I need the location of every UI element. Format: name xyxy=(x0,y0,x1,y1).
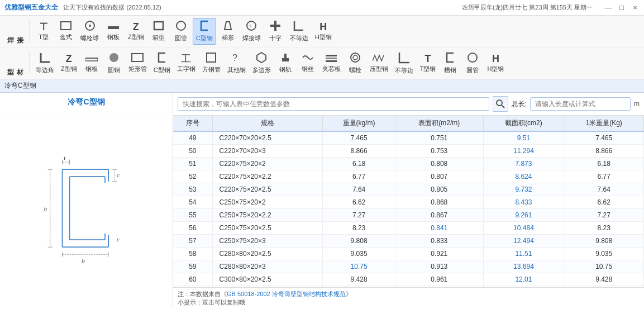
table-row[interactable]: 49 C220×70×20×2.5 7.465 0.751 9.51 7.465 xyxy=(173,131,644,145)
toolbar-unequal-angle[interactable]: 不等边 xyxy=(287,18,311,44)
footer-link[interactable]: GB 50018-2002 冷弯薄壁型钢结构技术规范 xyxy=(227,291,346,297)
close-button[interactable]: × xyxy=(631,3,640,12)
cell-weight1m: 9.035 xyxy=(564,248,644,260)
toolbar-weld-ball[interactable]: + 焊接球 xyxy=(240,18,264,44)
cell-spec: C280×80×20×3 xyxy=(212,260,323,273)
c-steel2-icon xyxy=(156,52,168,65)
plate2-icon xyxy=(85,54,98,64)
svg-text:t: t xyxy=(64,155,66,161)
cell-spec: C220×70×20×3 xyxy=(212,145,323,158)
toolbar-z-steel2[interactable]: Z Z型钢 xyxy=(58,52,80,75)
left-title: 冷弯C型钢 xyxy=(0,93,173,112)
round-tube-label: 圆管 xyxy=(175,34,187,42)
toolbar-t-steel[interactable]: T T型钢 xyxy=(417,52,439,75)
toolbar-round-tube2[interactable]: 圆管 xyxy=(462,50,483,76)
toolbar-h-steel2[interactable]: H H型钢 xyxy=(484,52,507,75)
search-button[interactable] xyxy=(493,96,508,112)
left-panel: 冷弯C型钢 xyxy=(0,93,173,309)
separator1 xyxy=(30,20,30,42)
col-weight1m: 1米重量(Kg) xyxy=(564,116,644,131)
table-row[interactable]: 53 C220×75×20×2.5 7.64 0.805 9.732 7.64 xyxy=(173,183,644,196)
toolbar-channel[interactable]: 槽钢 xyxy=(440,50,461,76)
toolbar-i-beam[interactable]: 工 工字钢 xyxy=(174,52,198,75)
toolbar-c-steel[interactable]: C型钢 xyxy=(193,18,216,45)
svg-text:c: c xyxy=(116,236,119,243)
toolbar-z-steel[interactable]: Z Z型钢 xyxy=(125,20,147,43)
formed-steel-icon xyxy=(373,54,385,64)
svg-text:?: ? xyxy=(232,53,237,63)
table-row[interactable]: 51 C220×75×20×2 6.18 0.808 7.873 6.18 xyxy=(173,158,644,170)
toolbar-h-steel1[interactable]: H H型钢 xyxy=(312,20,335,43)
round-steel-icon xyxy=(108,52,120,65)
material-label[interactable]: 型材 xyxy=(3,61,27,65)
toolbar-plate2[interactable]: 钢板 xyxy=(81,52,102,75)
c-steel-icon xyxy=(199,20,210,33)
toolbar-formed-steel[interactable]: 压型钢 xyxy=(367,52,391,75)
maximize-button[interactable]: □ xyxy=(617,3,626,12)
cell-section: 9.51 xyxy=(483,131,564,145)
weld-ball-icon: + xyxy=(246,20,257,33)
cell-weight1m: 6.18 xyxy=(564,158,644,170)
trapezoid-label: 梯形 xyxy=(222,34,234,42)
other-steel-icon: ? xyxy=(231,52,242,65)
length-input[interactable] xyxy=(530,97,631,111)
toolbar-round-steel[interactable]: 圆钢 xyxy=(103,50,125,76)
cross-label: 十字 xyxy=(269,34,282,42)
data-table: 序号 规格 重量(kg/m) 表面积(m2/m) 截面积(cm2) 1米重量(K… xyxy=(173,116,644,287)
toolbar-other-steel[interactable]: ? 其他钢 xyxy=(225,50,249,76)
toolbar-bolt[interactable]: 螺栓 xyxy=(345,50,366,76)
col-area: 表面积(m2/m) xyxy=(395,116,483,131)
toolbar-sandwich[interactable]: 夹芯板 xyxy=(319,52,344,75)
toolbar-wire[interactable]: 钢丝 xyxy=(297,51,318,75)
cell-weight1m: 10.75 xyxy=(564,260,644,273)
toolbar-equal-angle[interactable]: 等边角 xyxy=(33,50,57,76)
cell-no: 60 xyxy=(173,273,212,286)
search-input[interactable] xyxy=(178,97,489,111)
diagram-area: h b t c c xyxy=(0,112,173,309)
toolbar-cross[interactable]: 十字 xyxy=(265,18,286,44)
h-steel2-icon: H xyxy=(492,54,499,64)
toolbar-unequal2[interactable]: 不等边 xyxy=(392,50,416,77)
table-row[interactable]: 50 C220×70×20×3 8.866 0.753 11.294 8.866 xyxy=(173,145,644,158)
toolbar-c-steel2[interactable]: C型钢 xyxy=(151,50,173,76)
minimize-button[interactable]: — xyxy=(604,3,613,12)
table-row[interactable]: 55 C250×75×20×2.2 7.27 0.867 9.261 7.27 xyxy=(173,209,644,222)
cell-section: 13.694 xyxy=(483,260,564,273)
table-row[interactable]: 57 C250×75×20×3 9.808 0.833 12.494 9.808 xyxy=(173,235,644,248)
cell-weight1m: 7.64 xyxy=(564,183,644,196)
cell-weight: 9.428 xyxy=(323,273,395,286)
toolbar-rail[interactable]: 钢轨 xyxy=(275,51,296,75)
table-row[interactable]: 54 C250×75×20×2 6.62 0.868 8.433 6.62 xyxy=(173,196,644,209)
toolbar-rect-tube[interactable]: 矩形管 xyxy=(126,51,150,75)
toolbar-trapezoid[interactable]: 梯形 xyxy=(217,19,238,44)
toolbar-bolt-ball[interactable]: 螺栓球 xyxy=(78,18,102,44)
table-row[interactable]: 56 C250×75×20×2.5 8.23 0.841 10.484 8.23 xyxy=(173,222,644,235)
toolbar-square-tube[interactable]: 方钢管 xyxy=(199,51,223,75)
toolbar-box-beam[interactable]: 箱型 xyxy=(148,19,169,44)
toolbar-box[interactable]: 盒式 xyxy=(55,20,77,43)
cell-area: 0.841 xyxy=(395,222,483,235)
table-row[interactable]: 52 C220×75×20×2.2 6.77 0.807 8.624 6.77 xyxy=(173,170,644,183)
cell-weight: 10.75 xyxy=(323,260,395,273)
table-row[interactable]: 60 C300×80×20×2.5 9.428 0.961 12.01 9.42… xyxy=(173,273,644,286)
svg-rect-0 xyxy=(61,22,71,30)
svg-point-24 xyxy=(353,55,357,60)
table-row[interactable]: 58 C280×80×20×2.5 9.035 0.921 11.51 9.03… xyxy=(173,248,644,260)
cell-no: 49 xyxy=(173,131,212,145)
data-table-wrap[interactable]: 序号 规格 重量(kg/m) 表面积(m2/m) 截面积(cm2) 1米重量(K… xyxy=(173,116,644,287)
svg-text:c: c xyxy=(116,172,119,178)
cell-area: 0.751 xyxy=(395,131,483,145)
rail-icon xyxy=(280,53,291,64)
t-steel-icon: T xyxy=(425,54,431,64)
cell-weight1m: 7.465 xyxy=(564,131,644,145)
toolbar-steel-plate[interactable]: 钢板 xyxy=(103,20,124,43)
svg-rect-3 xyxy=(108,26,119,29)
cross-icon xyxy=(270,20,281,33)
weld-label[interactable]: 焊接 xyxy=(3,30,27,34)
toolbar-row2: 型材 等边角 Z Z型钢 钢板 圆钢 xyxy=(0,47,644,79)
z-steel-icon: Z xyxy=(133,22,139,32)
toolbar-round-tube[interactable]: 圆管 xyxy=(170,18,192,44)
toolbar-polygon[interactable]: 多边形 xyxy=(250,50,274,76)
toolbar-t-beam[interactable]: ⊤ T型 xyxy=(33,20,54,43)
table-row[interactable]: 59 C280×80×20×3 10.75 0.913 13.694 10.75 xyxy=(173,260,644,273)
